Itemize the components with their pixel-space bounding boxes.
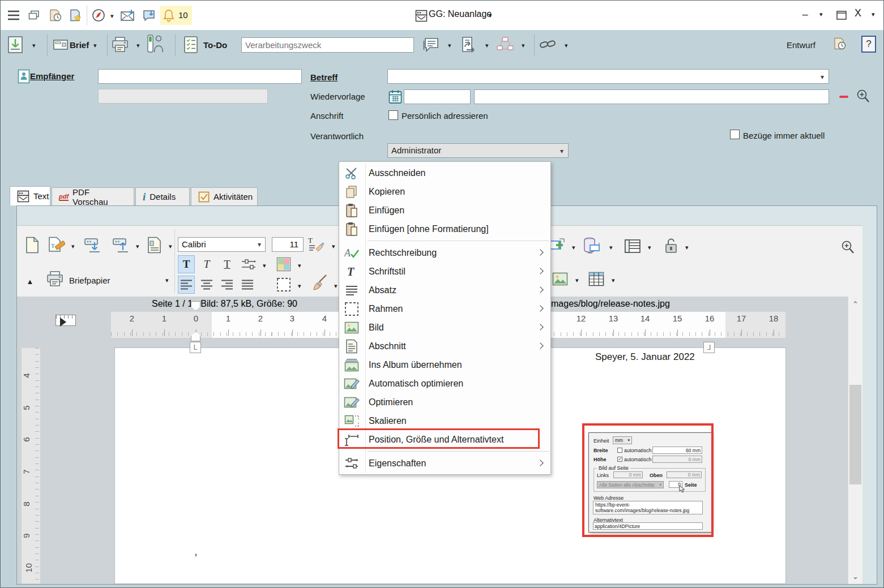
window-title-dropdown[interactable] — [489, 10, 492, 20]
collapse-toolbar-button[interactable]: ▲ — [22, 272, 39, 290]
border-dropdown[interactable] — [298, 280, 301, 290]
comment-dropdown[interactable] — [448, 40, 451, 50]
document-clock-icon[interactable] — [47, 7, 64, 24]
verarbeitungszweck-input[interactable] — [241, 37, 414, 53]
menu-item-absatz[interactable]: Absatz — [339, 281, 550, 299]
breite-auto-checkbox[interactable] — [617, 448, 622, 453]
char-spacing-button[interactable] — [240, 255, 257, 273]
align-left-button[interactable] — [178, 276, 195, 294]
export-dropdown[interactable] — [136, 241, 139, 251]
scroll-down-arrow[interactable]: ⌄ — [848, 572, 862, 581]
forward-button[interactable] — [460, 35, 476, 54]
database-field-dropdown[interactable] — [609, 242, 613, 252]
menu-item-automatisch-optimieren[interactable]: Automatisch optimieren — [339, 374, 550, 393]
todo-label[interactable]: To-Do — [203, 40, 227, 50]
calendar-icon[interactable] — [387, 88, 404, 105]
menu-item-einfügen[interactable]: Einfügen — [339, 201, 550, 220]
tab-stop-selector-icon[interactable] — [55, 315, 76, 332]
brief-icon[interactable] — [53, 35, 69, 54]
forward-dropdown[interactable] — [485, 40, 489, 50]
windows-cascade-icon[interactable] — [25, 7, 42, 24]
menu-item-eigenschaften[interactable]: Eigenschaften — [339, 454, 550, 473]
betreff-label[interactable]: Betreff — [310, 72, 338, 82]
char-spacing-dropdown[interactable] — [263, 260, 266, 270]
align-right-button[interactable] — [219, 276, 236, 294]
lock-button[interactable] — [663, 237, 680, 255]
comment-import-icon[interactable] — [141, 7, 158, 24]
process-button[interactable] — [497, 35, 514, 54]
compass-dropdown[interactable] — [110, 10, 114, 20]
minimize-dropdown[interactable] — [819, 8, 823, 19]
menu-item-ins-album-übernehmen[interactable]: Ins Album übernehmen — [339, 355, 550, 374]
alternativtext-input[interactable]: application/4DPicture — [593, 522, 703, 530]
menu-item-einfügen-ohne-formatierung[interactable]: Einfügen [ohne Formatierung] — [339, 220, 550, 238]
italic-button[interactable]: T — [198, 255, 215, 273]
menu-item-rahmen[interactable]: Rahmen — [339, 299, 550, 318]
font-family-select[interactable]: Calibri ▾ — [178, 237, 266, 252]
import-text-button[interactable] — [84, 236, 101, 254]
bold-button[interactable]: T — [178, 255, 195, 273]
insert-field-dropdown[interactable] — [572, 242, 575, 252]
search-magnifier-icon[interactable] — [855, 88, 872, 105]
menu-item-ausschneiden[interactable]: Ausschneiden — [339, 164, 550, 182]
insert-table-dropdown[interactable] — [612, 274, 615, 285]
link-button[interactable] — [540, 35, 557, 54]
copy-page-dropdown[interactable] — [169, 241, 172, 251]
lock-dropdown[interactable] — [685, 242, 689, 252]
briefpapier-dropdown[interactable] — [165, 274, 169, 285]
format-painter-dropdown[interactable] — [332, 241, 335, 251]
border-frame-button[interactable] — [275, 276, 292, 294]
zoom-button[interactable] — [839, 238, 856, 256]
insert-image-button[interactable] — [552, 270, 569, 288]
clear-format-dropdown[interactable] — [334, 280, 338, 290]
remove-icon[interactable] — [835, 88, 852, 105]
brief-dropdown[interactable] — [93, 40, 97, 50]
close-dropdown[interactable] — [872, 8, 875, 19]
font-size-input[interactable]: 11 — [272, 237, 304, 252]
wiedervorlage-date-input[interactable] — [404, 89, 471, 104]
hoehe-auto-checkbox[interactable]: ✓ — [617, 457, 622, 462]
format-painter-button[interactable]: T — [308, 235, 325, 253]
menu-item-skalieren[interactable]: Skalieren — [339, 411, 550, 430]
save-import-button[interactable] — [7, 35, 23, 54]
tab-aktivit-ten[interactable]: Aktivitäten — [191, 187, 258, 205]
notification-badge[interactable]: 10 — [160, 6, 192, 25]
empfaenger-label[interactable]: Empfänger — [30, 71, 74, 81]
brief-label[interactable]: Brief — [70, 40, 89, 50]
verantwortlich-select[interactable]: Administrator▾ — [387, 143, 569, 158]
scroll-up-arrow[interactable]: ⌃ — [848, 300, 862, 308]
menu-item-optimieren[interactable]: Optimieren — [339, 393, 550, 411]
tab-pdf-vorschau[interactable]: pdfPDF Vorschau — [52, 187, 134, 205]
export-text-button[interactable] — [112, 236, 129, 254]
briefpapier-label[interactable]: Briefpapier — [69, 276, 110, 285]
mail-import-icon[interactable] — [119, 7, 136, 24]
persoenlich-checkbox[interactable] — [388, 110, 398, 120]
briefpapier-icon[interactable] — [46, 270, 63, 288]
link-dropdown[interactable] — [565, 40, 568, 50]
history-icon[interactable] — [832, 34, 848, 53]
empfaenger-input[interactable] — [98, 69, 302, 84]
align-center-button[interactable] — [198, 276, 215, 294]
todo-icon[interactable] — [183, 35, 199, 54]
minimize-button[interactable]: _ — [802, 5, 808, 16]
compass-icon[interactable] — [90, 7, 107, 24]
bezuege-checkbox[interactable] — [730, 130, 740, 139]
page-setup-dropdown[interactable] — [71, 241, 75, 251]
comment-button[interactable] — [423, 35, 439, 54]
table-list-button[interactable] — [624, 237, 641, 255]
web-adresse-input[interactable]: https://bp-event- software.com/images/bl… — [593, 501, 703, 514]
vertical-ruler[interactable]: 45678910 — [21, 347, 41, 584]
person-status-icon[interactable] — [147, 34, 164, 53]
left-margin-marker[interactable]: L — [190, 342, 201, 353]
underline-button[interactable]: T — [219, 255, 236, 273]
betreff-combo[interactable]: ▾ — [387, 69, 829, 84]
tab-details[interactable]: iDetails — [135, 187, 190, 205]
vertical-scrollbar[interactable]: ⌃ ⌄ — [848, 297, 862, 584]
table-list-dropdown[interactable] — [648, 242, 651, 252]
new-document-button[interactable] — [24, 236, 41, 254]
indent-marker-top[interactable] — [191, 301, 200, 311]
save-import-dropdown[interactable] — [32, 40, 36, 50]
help-button[interactable]: ? — [861, 36, 876, 53]
close-button[interactable]: X — [855, 7, 861, 19]
print-button[interactable] — [112, 35, 129, 54]
